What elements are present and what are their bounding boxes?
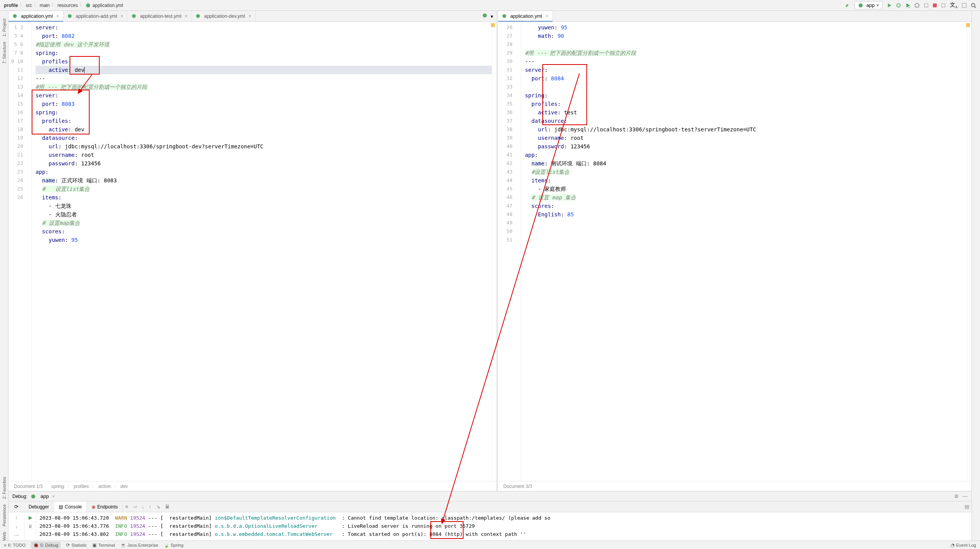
editor-pane-right: application.yml× 26 27 28 29 30 31 32 33… xyxy=(498,11,972,491)
profile-icon[interactable] xyxy=(914,3,920,8)
status-debug[interactable]: 🐞 5: Debug xyxy=(31,542,61,549)
console-icon: ▤ xyxy=(59,504,63,510)
close-icon[interactable]: × xyxy=(546,14,549,19)
editor-tabs-right: application.yml× xyxy=(498,11,972,22)
resume-icon[interactable]: ▶ xyxy=(29,515,32,520)
close-icon[interactable]: × xyxy=(56,14,59,19)
close-icon[interactable]: × xyxy=(185,14,187,19)
close-icon[interactable]: × xyxy=(249,14,251,19)
console-output[interactable]: 2023-08-09 15:06:43.720 WARN 19524 --- [… xyxy=(36,512,972,541)
breadcrumb[interactable]: profile 〉src 〉main 〉resources 〉 applicat… xyxy=(4,2,123,8)
svg-point-10 xyxy=(132,14,136,18)
editor-tab[interactable]: application-dev.yml× xyxy=(192,11,255,21)
debug-config-name: app xyxy=(41,493,49,499)
attach-icon[interactable] xyxy=(924,3,929,8)
debug-icon[interactable] xyxy=(896,3,901,8)
close-icon[interactable]: × xyxy=(121,14,123,19)
status-bar: ≡ 6: TODO 🐞 5: Debug ⟳ Statistic ▣ Termi… xyxy=(0,541,980,549)
endpoints-tab[interactable]: ◉ Endpoints xyxy=(87,501,123,512)
status-terminal[interactable]: ▣ Terminal xyxy=(92,542,115,548)
hammer-build-icon[interactable] xyxy=(845,3,851,8)
search-everywhere-icon[interactable] xyxy=(971,3,976,8)
step-out-icon[interactable]: ↑ xyxy=(146,504,154,510)
spring-leaf-icon xyxy=(858,3,863,8)
status-java-enterprise[interactable]: ☕ Java Enterprise xyxy=(121,542,158,548)
pause-icon[interactable]: ⏸ xyxy=(28,524,33,529)
debugger-tab[interactable]: Debugger xyxy=(24,501,54,512)
status-event-log[interactable]: ◔ Event Log xyxy=(951,542,976,548)
scroll-up-icon[interactable]: ↑ xyxy=(15,515,18,520)
run-configuration-selector[interactable]: app▾ xyxy=(854,1,883,9)
stop-icon[interactable] xyxy=(933,3,937,7)
editor-tab[interactable]: application-test.yml× xyxy=(127,11,192,21)
rerun-icon[interactable]: ⟳ xyxy=(8,504,24,510)
spring-leaf-icon xyxy=(31,494,36,499)
evaluate-icon[interactable]: 🖩 xyxy=(163,504,172,510)
svg-point-11 xyxy=(196,14,200,18)
svg-point-14 xyxy=(31,494,35,498)
recent-files-dropdown[interactable]: ▾ xyxy=(479,13,496,19)
layout-icon[interactable] xyxy=(961,3,967,8)
favorites-tool-tab[interactable]: 2: Favorites xyxy=(2,477,7,499)
status-spring[interactable]: 🍃 Spring xyxy=(164,542,183,548)
right-tool-strip xyxy=(972,11,980,541)
step-into-icon[interactable]: ↓ xyxy=(139,504,147,510)
debug-toolbar-icon[interactable]: ≡ xyxy=(123,504,131,510)
svg-point-13 xyxy=(503,14,506,18)
breadcrumb-editor-right[interactable]: Document 3/3 xyxy=(498,481,972,491)
console-tab[interactable]: ▤ Console xyxy=(54,501,87,512)
web-tool-tab[interactable]: Web xyxy=(2,532,7,541)
svg-rect-6 xyxy=(962,3,966,7)
svg-point-1 xyxy=(859,3,863,7)
editor-tab[interactable]: application.yml× xyxy=(8,11,63,22)
console-gutter: ↑ ↓ ⋯ xyxy=(8,512,25,541)
more-icon[interactable]: ⋯ xyxy=(14,532,19,538)
coverage-icon[interactable] xyxy=(905,3,910,8)
translate-icon[interactable]: 文A xyxy=(950,2,958,9)
debug-title: Debug: xyxy=(12,494,27,499)
settings-icon[interactable]: ⚙ xyxy=(954,493,959,499)
breadcrumb-root[interactable]: profile xyxy=(4,3,18,8)
debug-tabs: ⟳ Debugger ▤ Console ◉ Endpoints ≡ ⤻ ↓ ↑… xyxy=(8,501,972,512)
editor-tab[interactable]: application-add.yml× xyxy=(63,11,128,21)
breadcrumb-editor-left[interactable]: Document 1/3〉spring:〉profiles:〉active:〉d… xyxy=(8,481,496,491)
editor-pane-left: application.yml×application-add.yml×appl… xyxy=(8,11,498,491)
left-tool-strip: 1: Project 7: Structure 2: Favorites Per… xyxy=(0,11,8,541)
endpoints-icon: ◉ xyxy=(92,504,95,510)
svg-point-12 xyxy=(483,14,487,18)
editor-tabs-left: application.yml×application-add.yml×appl… xyxy=(8,11,496,22)
svg-point-2 xyxy=(897,3,900,7)
svg-point-9 xyxy=(68,14,71,18)
svg-point-7 xyxy=(972,3,975,7)
code-editor-right[interactable]: yuwen: 95 math: 90 #用 --- 把下面的配置分割成一个独立的… xyxy=(521,22,967,481)
git-icon[interactable] xyxy=(941,3,946,8)
warning-marker-icon[interactable] xyxy=(491,23,495,27)
svg-point-3 xyxy=(908,5,910,7)
svg-rect-5 xyxy=(924,3,928,7)
yml-file-icon xyxy=(85,3,91,8)
editor-tab[interactable]: application.yml× xyxy=(498,11,553,22)
persistence-tool-tab[interactable]: Persistence xyxy=(2,504,7,526)
scroll-down-icon[interactable]: ↓ xyxy=(15,524,18,529)
minimize-icon[interactable]: — xyxy=(963,493,968,499)
svg-point-8 xyxy=(13,14,17,18)
run-icon[interactable] xyxy=(887,3,892,8)
close-icon[interactable]: × xyxy=(52,493,55,499)
warning-marker-icon[interactable] xyxy=(966,23,970,27)
debug-tool-window: Debug: app × ⚙ — ⟳ Debugger ▤ Console xyxy=(8,491,972,541)
svg-point-4 xyxy=(915,3,919,7)
structure-tool-tab[interactable]: 7: Structure xyxy=(2,42,7,64)
code-editor-left[interactable]: server: port: 8082 #指定使用 dev 这个开发环境 spri… xyxy=(32,22,492,481)
step-over-icon[interactable]: ⤻ xyxy=(131,504,139,510)
run-to-cursor-icon[interactable]: ↘ xyxy=(154,504,163,510)
top-toolbar: profile 〉src 〉main 〉resources 〉 applicat… xyxy=(0,0,980,11)
console-settings-icon[interactable]: ▤ xyxy=(962,504,972,510)
status-statistic[interactable]: ⟳ Statistic xyxy=(66,542,87,548)
status-todo[interactable]: ≡ 6: TODO xyxy=(4,543,25,547)
project-tool-tab[interactable]: 1: Project xyxy=(2,19,7,36)
svg-point-0 xyxy=(86,3,90,7)
